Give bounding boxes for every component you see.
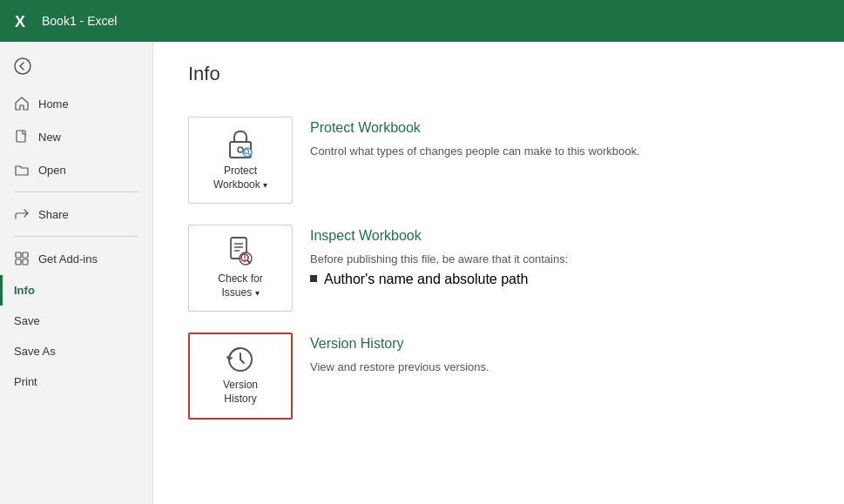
app-title: Book1 - Excel xyxy=(42,14,117,28)
version-history-row: VersionHistory Version History View and … xyxy=(188,326,809,427)
sidebar-divider-2 xyxy=(14,236,138,237)
protect-workbook-title: Protect Workbook xyxy=(310,120,809,136)
sidebar-item-save-as[interactable]: Save As xyxy=(0,336,152,366)
page-title: Info xyxy=(188,63,809,85)
inspect-workbook-title: Inspect Workbook xyxy=(310,228,809,244)
sidebar-item-new[interactable]: New xyxy=(0,120,152,153)
bullet-row: Author's name and absolute path xyxy=(310,272,809,287)
svg-point-22 xyxy=(244,259,246,261)
sidebar: Home New Open xyxy=(0,42,153,504)
svg-rect-4 xyxy=(16,252,21,258)
sidebar-share-label: Share xyxy=(38,208,69,221)
open-icon xyxy=(14,162,30,178)
home-icon xyxy=(14,96,30,111)
protect-workbook-label: ProtectWorkbook ▾ xyxy=(213,165,267,192)
content-area: Info xyxy=(153,42,844,504)
back-button[interactable] xyxy=(0,49,152,84)
sidebar-print-label: Print xyxy=(14,375,37,388)
main-layout: Home New Open xyxy=(0,42,844,504)
check-issues-label: Check forIssues ▾ xyxy=(218,272,262,299)
title-bar: X Book1 - Excel xyxy=(0,0,844,42)
svg-rect-3 xyxy=(17,131,25,142)
sidebar-item-print[interactable]: Print xyxy=(0,366,152,397)
svg-point-2 xyxy=(15,58,30,74)
addins-icon xyxy=(14,251,30,266)
new-icon xyxy=(14,129,30,144)
version-history-title: Version History xyxy=(310,336,809,352)
sidebar-home-label: Home xyxy=(38,97,69,111)
protect-workbook-card[interactable]: ProtectWorkbook ▾ xyxy=(188,117,293,204)
svg-point-9 xyxy=(238,147,243,152)
protect-workbook-text: Protect Workbook Control what types of c… xyxy=(310,117,809,160)
svg-rect-5 xyxy=(23,252,28,258)
info-section: ProtectWorkbook ▾ Protect Workbook Contr… xyxy=(188,110,809,427)
share-icon xyxy=(14,206,30,222)
sidebar-addins-label: Get Add-ins xyxy=(38,252,98,265)
sidebar-new-label: New xyxy=(38,131,61,144)
sidebar-open-label: Open xyxy=(38,164,66,177)
sidebar-item-info[interactable]: Info xyxy=(0,275,152,306)
sidebar-item-addins[interactable]: Get Add-ins xyxy=(0,242,152,275)
inspect-icon xyxy=(226,236,254,267)
sidebar-save-as-label: Save As xyxy=(14,345,56,358)
sidebar-divider xyxy=(14,192,138,192)
version-history-label: VersionHistory xyxy=(223,379,258,406)
version-history-text: Version History View and restore previou… xyxy=(310,333,809,376)
protect-workbook-row: ProtectWorkbook ▾ Protect Workbook Contr… xyxy=(188,110,809,211)
version-history-desc: View and restore previous versions. xyxy=(310,359,809,376)
sidebar-item-save[interactable]: Save xyxy=(0,306,152,336)
svg-rect-7 xyxy=(23,259,28,265)
lock-icon xyxy=(226,128,254,159)
version-history-card[interactable]: VersionHistory xyxy=(188,333,293,420)
check-issues-card[interactable]: Check forIssues ▾ xyxy=(188,225,293,312)
sidebar-item-home[interactable]: Home xyxy=(0,87,152,120)
sidebar-item-share[interactable]: Share xyxy=(0,198,152,231)
sidebar-info-label: Info xyxy=(14,284,35,297)
check-issues-text: Inspect Workbook Before publishing this … xyxy=(310,225,809,287)
inspect-workbook-desc: Before publishing this file, be aware th… xyxy=(310,251,809,268)
clock-icon xyxy=(226,346,254,373)
check-issues-row: Check forIssues ▾ Inspect Workbook Befor… xyxy=(188,218,809,319)
protect-workbook-desc: Control what types of changes people can… xyxy=(310,143,809,160)
app-logo: X xyxy=(10,9,35,33)
sidebar-item-open[interactable]: Open xyxy=(0,153,152,186)
svg-text:X: X xyxy=(15,13,25,30)
svg-rect-6 xyxy=(16,259,21,265)
sidebar-save-label: Save xyxy=(14,314,40,327)
bullet-text: Author's name and absolute path xyxy=(324,272,528,287)
bullet-icon xyxy=(310,275,317,282)
